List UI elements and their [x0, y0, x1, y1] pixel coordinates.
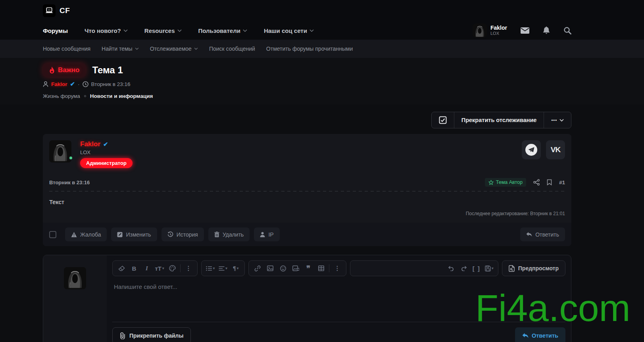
post-number-link[interactable]: #1 — [559, 180, 565, 185]
unwatch-button[interactable]: Прекратить отслеживание — [454, 112, 544, 128]
caret-down-icon: ▾ — [237, 266, 239, 270]
editor-toolbar: B I тT ▾ ⋮ ▾ — [112, 260, 565, 276]
remove-format-button[interactable] — [115, 262, 128, 274]
table-icon — [318, 266, 324, 271]
subnav-new-posts[interactable]: Новые сообщения — [43, 46, 90, 52]
site-name[interactable]: CF — [60, 6, 70, 15]
paragraph-button[interactable]: ¶ ▾ — [229, 262, 242, 274]
star-icon — [488, 180, 494, 185]
nav-resources[interactable]: Resources — [144, 27, 182, 34]
font-size-button[interactable]: тT ▾ — [153, 262, 166, 274]
thread-author-link[interactable]: Faklor — [51, 81, 67, 87]
share-icon — [533, 179, 540, 185]
insert-image-button[interactable] — [264, 262, 277, 274]
bold-button[interactable]: B — [128, 262, 140, 274]
mail-icon — [521, 27, 529, 34]
breadcrumb-news[interactable]: Новости и информация — [90, 93, 153, 99]
submit-reply-button[interactable]: Ответить — [515, 327, 565, 342]
important-badge: Важно — [43, 63, 86, 77]
select-post-checkbox[interactable] — [49, 231, 56, 238]
checkbox-checked-icon — [439, 116, 447, 124]
post-1: Faklor ✔ LOX Администратор VK Вторник в … — [43, 134, 571, 246]
redo-button[interactable] — [458, 262, 470, 274]
undo-icon — [448, 266, 454, 271]
telegram-button[interactable] — [522, 140, 541, 159]
bookmark-icon — [547, 179, 552, 185]
insert-smiley-button[interactable] — [277, 262, 289, 274]
post-reply-button[interactable]: Ответить — [520, 227, 565, 241]
subnav-mark-read[interactable]: Отметить форумы прочитанными — [266, 46, 353, 52]
breadcrumb-separator — [84, 95, 86, 97]
alerts-button[interactable] — [543, 27, 550, 34]
reply-icon — [522, 333, 529, 338]
verified-icon: ✔ — [103, 141, 108, 148]
telegram-icon — [525, 144, 537, 156]
nav-socials[interactable]: Наши соц сети — [264, 27, 314, 34]
undo-button[interactable] — [445, 262, 458, 274]
avatar — [64, 267, 86, 289]
post-author-avatar[interactable] — [49, 140, 71, 162]
last-edit-note: Последнее редактирование: Вторник в 21:0… — [49, 211, 565, 216]
trash-icon — [214, 231, 219, 237]
thread-date[interactable]: Вторник в 23:16 — [91, 81, 131, 87]
bbcode-button[interactable]: [ ] — [470, 262, 483, 274]
ip-button[interactable]: IP — [254, 227, 279, 241]
bookmark-button[interactable] — [547, 179, 552, 185]
more-options-button[interactable]: ••• — [544, 112, 571, 128]
insert-quote-button[interactable]: ❞ — [302, 262, 315, 274]
link-icon — [254, 266, 261, 271]
report-button[interactable]: Жалоба — [65, 227, 107, 241]
post-date[interactable]: Вторник в 23:16 — [49, 180, 90, 185]
text-color-button[interactable] — [166, 262, 179, 274]
vk-button[interactable]: VK — [546, 140, 565, 159]
toolbar-divider — [329, 264, 329, 272]
laptop-code-icon: <> — [45, 7, 53, 14]
preview-doc-icon — [509, 265, 515, 272]
smiley-icon — [280, 266, 286, 271]
more-insert-button[interactable]: ⋮ — [331, 262, 344, 274]
select-thread-checkbox[interactable] — [432, 112, 454, 128]
subnav-find-threads[interactable]: Найти темы — [102, 46, 139, 52]
insert-link-button[interactable] — [251, 262, 264, 274]
text-color-icon — [169, 265, 176, 271]
list-button[interactable]: ▾ — [204, 262, 217, 274]
insert-table-button[interactable] — [315, 262, 327, 274]
preview-button[interactable]: Предпросмотр — [502, 260, 565, 276]
bell-icon — [543, 27, 550, 34]
nav-forums[interactable]: Форумы — [43, 27, 68, 34]
post-author-name[interactable]: Faklor — [80, 140, 100, 148]
chevron-down-icon — [194, 48, 198, 50]
verified-icon: ✔ — [70, 80, 75, 88]
site-logo[interactable]: <> — [43, 4, 56, 17]
search-button[interactable] — [563, 27, 571, 34]
reply-input[interactable] — [112, 278, 565, 316]
delete-button[interactable]: Удалить — [208, 227, 250, 241]
list-icon — [206, 266, 212, 271]
thread-controls: Прекратить отслеживание ••• — [431, 112, 571, 128]
redo-icon — [461, 266, 467, 271]
drafts-button[interactable]: ▾ — [483, 262, 496, 274]
account-menu[interactable]: Faklor LOX — [473, 23, 507, 38]
breadcrumb-forum-life[interactable]: Жизнь форума — [43, 93, 80, 99]
edit-button[interactable]: Изменить — [111, 227, 157, 241]
post-text: Текст — [49, 199, 565, 205]
chevron-down-icon — [310, 29, 314, 32]
insert-media-button[interactable] — [289, 262, 302, 274]
nav-whats-new[interactable]: Что нового? — [85, 27, 128, 34]
inbox-button[interactable] — [521, 27, 529, 34]
caret-down-icon: ▾ — [225, 266, 227, 270]
subnav-watched[interactable]: Отслеживаемое — [150, 46, 198, 52]
person-icon — [43, 81, 48, 87]
attach-files-button[interactable]: Прикрепить файлы — [112, 327, 191, 342]
share-button[interactable] — [533, 179, 540, 185]
history-button[interactable]: История — [161, 227, 204, 241]
subnav-search-posts[interactable]: Поиск сообщений — [209, 46, 255, 52]
more-format-button[interactable]: ⋮ — [182, 262, 195, 274]
align-button[interactable]: ▾ — [217, 262, 229, 274]
nav-members[interactable]: Пользователи — [198, 27, 247, 34]
italic-button[interactable]: I — [140, 262, 153, 274]
user-icon — [260, 232, 265, 237]
breadcrumb: Жизнь форума Новости и информация — [43, 93, 571, 99]
online-indicator — [69, 156, 73, 160]
history-icon — [167, 231, 173, 237]
